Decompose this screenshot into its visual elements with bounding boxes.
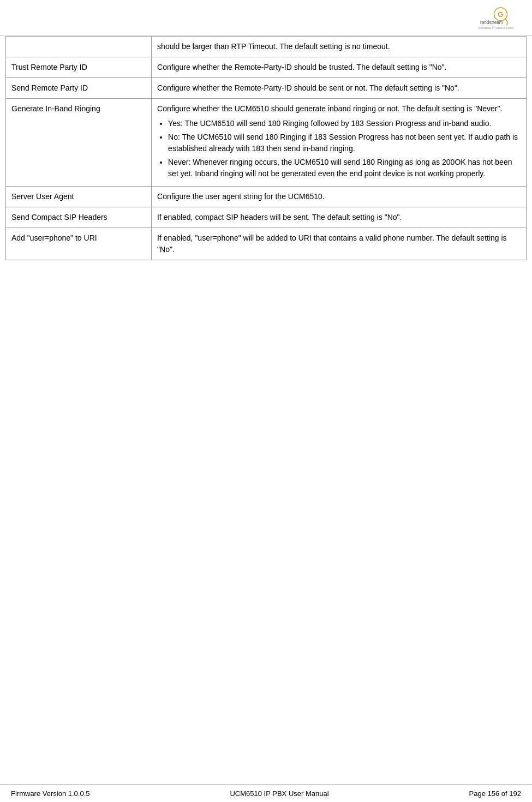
list-item: Never: Whenever ringing occurs, the UCM6… (168, 157, 521, 179)
row-desc-generate-inband-ringing: Configure whether the UCM6510 should gen… (152, 99, 527, 187)
inband-ringing-bullets: Yes: The UCM6510 will send 180 Ringing f… (168, 118, 521, 179)
table-row: Trust Remote Party ID Configure whether … (6, 57, 527, 78)
table-row: should be larger than RTP Timeout. The d… (6, 37, 527, 57)
grandstream-logo: G randstream Innovative IP Voice & Video (456, 5, 521, 33)
footer-firmware: Firmware Version 1.0.0.5 (11, 789, 90, 798)
svg-text:G: G (498, 10, 504, 19)
svg-text:Innovative IP Voice & Video: Innovative IP Voice & Video (478, 26, 513, 29)
row-desc-server-user-agent: Configure the user agent string for the … (152, 187, 527, 207)
list-item: No: The UCM6510 will send 180 Ringing if… (168, 131, 521, 154)
logo-area: G randstream Innovative IP Voice & Video (456, 5, 521, 33)
svg-text:randstream: randstream (480, 20, 503, 25)
row-desc-add-user-phone-uri: If enabled, "user=phone" will be added t… (152, 228, 527, 260)
row-desc-rtp-timeout: should be larger than RTP Timeout. The d… (152, 37, 527, 57)
row-label-server-user-agent: Server User Agent (6, 187, 152, 207)
table-row: Send Remote Party ID Configure whether t… (6, 78, 527, 99)
row-label-send-compact-sip-headers: Send Compact SIP Headers (6, 207, 152, 228)
table-row: Add "user=phone" to URI If enabled, "use… (6, 228, 527, 260)
footer-page-number: Page 156 of 192 (469, 789, 521, 798)
list-item: Yes: The UCM6510 will send 180 Ringing f… (168, 118, 521, 129)
row-desc-send-compact-sip-headers: If enabled, compact SIP headers will be … (152, 207, 527, 228)
row-label-add-user-phone-uri: Add "user=phone" to URI (6, 228, 152, 260)
content-table: should be larger than RTP Timeout. The d… (5, 36, 527, 260)
table-row: Server User Agent Configure the user age… (6, 187, 527, 207)
page-footer: Firmware Version 1.0.0.5 UCM6510 IP PBX … (0, 785, 532, 802)
footer-manual-title: UCM6510 IP PBX User Manual (230, 789, 328, 798)
row-label-trust-remote-party-id: Trust Remote Party ID (6, 57, 152, 78)
page-header: G randstream Innovative IP Voice & Video (0, 0, 532, 36)
row-label-generate-inband-ringing: Generate In-Band Ringing (6, 99, 152, 187)
table-row: Send Compact SIP Headers If enabled, com… (6, 207, 527, 228)
row-label-rtp-timeout (6, 37, 152, 57)
page-container: G randstream Innovative IP Voice & Video… (0, 0, 532, 802)
row-desc-send-remote-party-id: Configure whether the Remote-Party-ID sh… (152, 78, 527, 99)
table-row: Generate In-Band Ringing Configure wheth… (6, 99, 527, 187)
row-label-send-remote-party-id: Send Remote Party ID (6, 78, 152, 99)
row-desc-trust-remote-party-id: Configure whether the Remote-Party-ID sh… (152, 57, 527, 78)
table-container: should be larger than RTP Timeout. The d… (0, 36, 532, 785)
